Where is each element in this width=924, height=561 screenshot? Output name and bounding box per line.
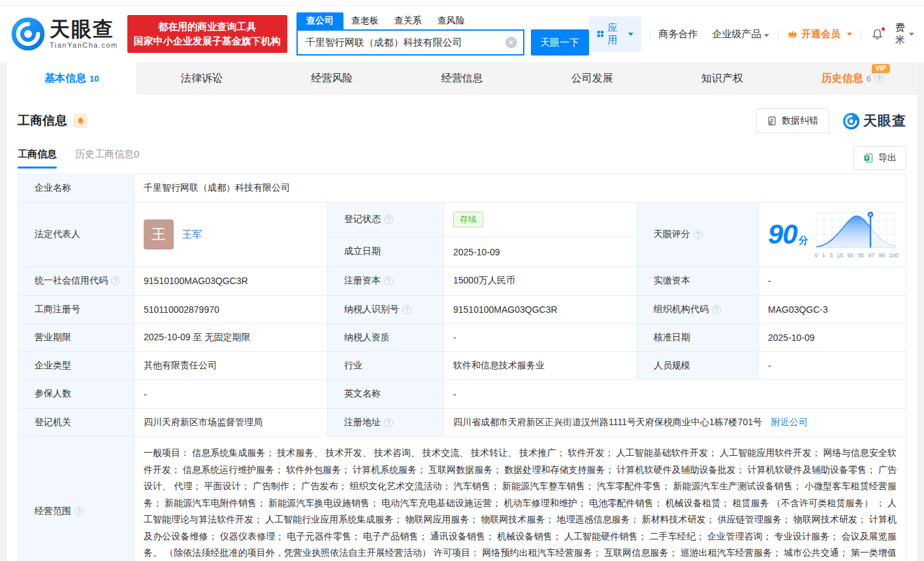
chevron-down-icon — [909, 33, 914, 36]
field-label-industry: 行业 — [328, 352, 444, 380]
field-label-staff-size: 人员规模 — [637, 352, 759, 380]
tab-label: 经营信息 — [441, 72, 483, 86]
legal-rep-name-link[interactable]: 王军 — [182, 229, 202, 241]
excel-export-icon: X — [863, 153, 874, 163]
search-tab-relation[interactable]: 查关系 — [387, 12, 430, 29]
search-tab-risk[interactable]: 查风险 — [430, 12, 473, 29]
status-badge: 存续 — [453, 212, 483, 227]
watermark-text: 天眼查 — [863, 112, 906, 130]
tianyancha-logo-icon — [842, 112, 860, 130]
tianyancha-logo[interactable]: 天眼查 TianYanCha.com — [10, 16, 118, 52]
tab-company-development[interactable]: 公司发展 — [527, 62, 657, 95]
tab-operation-risk[interactable]: 经营风险 — [267, 62, 397, 95]
field-value-approval-date: 2025-10-09 — [759, 323, 906, 351]
help-icon[interactable] — [74, 507, 84, 516]
chevron-down-icon — [847, 33, 852, 36]
chevron-down-icon — [628, 33, 633, 36]
help-icon[interactable] — [874, 74, 884, 83]
nav-user[interactable]: 费米 — [895, 22, 914, 46]
field-value-paid-capital: - — [759, 267, 906, 295]
basic-info-content: 工商信息 — [7, 95, 917, 561]
score-curve — [814, 210, 899, 249]
tab-history-info[interactable]: VIP 历史信息 6 — [788, 62, 917, 95]
field-label-reg-status: 登记状态 — [328, 202, 444, 237]
company-detail-tabs: 基本信息 10 法律诉讼 经营风险 经营信息 公司发展 知识产权 VIP 历史信… — [7, 62, 917, 95]
tab-operation-info[interactable]: 经营信息 — [397, 62, 527, 95]
field-label-score: 天眼评分 — [637, 202, 759, 267]
subtab-count: 0 — [134, 148, 139, 159]
table-row: 登记机关 四川天府新区市场监督管理局 注册地址 四川省成都市天府新区正兴街道汉州… — [18, 408, 906, 436]
field-label-credit-code: 统一社会信用代码 — [18, 267, 135, 295]
vip-badge: VIP — [872, 64, 890, 73]
help-icon[interactable] — [384, 276, 393, 285]
search-input[interactable] — [298, 37, 523, 48]
field-value-reg-authority: 四川天府新区市场监督管理局 — [135, 408, 328, 436]
notification-bell-icon[interactable] — [871, 28, 884, 40]
help-icon[interactable] — [384, 215, 393, 224]
chevron-down-icon — [764, 34, 769, 37]
field-value-staff-size: - — [759, 352, 906, 380]
bell-icon — [76, 117, 85, 125]
slogan-line-1: 都在用的商业查询工具 — [134, 20, 281, 34]
nearby-companies-link[interactable]: 附近公司 — [771, 417, 808, 427]
field-label-reg-address: 注册地址 — [328, 408, 444, 436]
field-value-score: 90分 — [759, 202, 906, 267]
nav-open-vip[interactable]: 开通会员 — [787, 28, 852, 40]
table-row: 参保人数 - 英文名称 - — [18, 380, 906, 408]
help-icon[interactable] — [384, 418, 393, 427]
slogan-banner: 都在用的商业查询工具 国家中小企业发展子基金旗下机构 — [127, 15, 287, 53]
top-nav: 应用 商务合作 企业级产品 开通会员 — [589, 16, 914, 52]
tab-label: 基本信息 — [44, 72, 86, 86]
field-value-credit-code: 91510100MAG03QGC3R — [135, 267, 328, 295]
help-icon[interactable] — [693, 230, 703, 239]
tianyan-score: 90分 — [768, 219, 808, 250]
field-value-business-term: 2025-10-09 至 无固定期限 — [135, 323, 328, 351]
tab-label: 法律诉讼 — [181, 72, 223, 86]
logo-text: 天眼查 TianYanCha.com — [50, 19, 118, 49]
search-button[interactable]: 天眼一下 — [531, 29, 589, 56]
table-row: 法定代表人 王 王军 登记状态 存续 天眼评分 90分 — [18, 202, 906, 237]
site-header: 天眼查 TianYanCha.com 都在用的商业查询工具 国家中小企业发展子基… — [0, 6, 924, 62]
legal-rep-avatar[interactable]: 王 — [144, 219, 174, 249]
table-row: 营业期限 2025-10-09 至 无固定期限 纳税人资质 - 核准日期 202… — [18, 323, 906, 351]
search-tabs: 查公司 查老板 查关系 查风险 — [296, 12, 589, 29]
field-label-insured-count: 参保人数 — [18, 380, 135, 408]
nav-apps[interactable]: 应用 — [589, 16, 641, 52]
field-value-reg-capital: 15000万人民币 — [444, 267, 637, 295]
nav-enterprise[interactable]: 企业级产品 — [712, 28, 769, 40]
subtab-business-info[interactable]: 工商信息 — [18, 148, 57, 168]
field-value-business-scope: 一般项目： 信息系统集成服务； 技术服务、 技术开发、 技术咨询、 技术交流、 … — [135, 437, 906, 561]
tab-count: 10 — [89, 74, 99, 84]
tab-label: 历史信息 — [821, 72, 863, 86]
export-button[interactable]: X 导出 — [853, 146, 906, 170]
notification-red-dot — [881, 27, 885, 31]
avatar-char: 王 — [151, 225, 166, 244]
top-strip — [0, 0, 924, 6]
data-correction-button[interactable]: 数据纠错 — [756, 108, 829, 133]
tianyancha-watermark: 天眼查 — [842, 112, 906, 130]
help-icon[interactable] — [712, 305, 721, 314]
tab-legal-litigation[interactable]: 法律诉讼 — [136, 62, 266, 95]
tab-label: 经营风险 — [311, 72, 353, 86]
help-icon[interactable] — [111, 276, 120, 285]
subtab-history-business-info[interactable]: 历史工商信息0 — [75, 148, 139, 168]
divider — [650, 29, 650, 39]
help-icon[interactable] — [402, 305, 411, 314]
table-row: 经营范围 一般项目： 信息系统集成服务； 技术服务、 技术开发、 技术咨询、 技… — [18, 437, 906, 561]
nav-cooperation[interactable]: 商务合作 — [658, 28, 697, 40]
svg-text:X: X — [865, 155, 868, 160]
search-tab-company[interactable]: 查公司 — [296, 12, 343, 29]
section-title: 工商信息 — [18, 112, 67, 129]
field-label-english-name: 英文名称 — [328, 380, 444, 408]
apps-grid-icon — [597, 29, 604, 39]
export-label: 导出 — [878, 152, 897, 164]
tab-intellectual-property[interactable]: 知识产权 — [657, 62, 787, 95]
clear-search-icon[interactable] — [505, 37, 517, 48]
search-tab-boss[interactable]: 查老板 — [343, 12, 387, 29]
field-label-reg-number: 工商注册号 — [18, 295, 135, 323]
tab-basic-info[interactable]: 基本信息 10 — [7, 62, 136, 95]
subscribe-bell-icon[interactable] — [73, 114, 88, 128]
nav-enterprise-label: 企业级产品 — [712, 28, 761, 39]
tab-label: 公司发展 — [571, 72, 613, 86]
search-area: 查公司 查老板 查关系 查风险 天眼一下 — [296, 12, 589, 56]
